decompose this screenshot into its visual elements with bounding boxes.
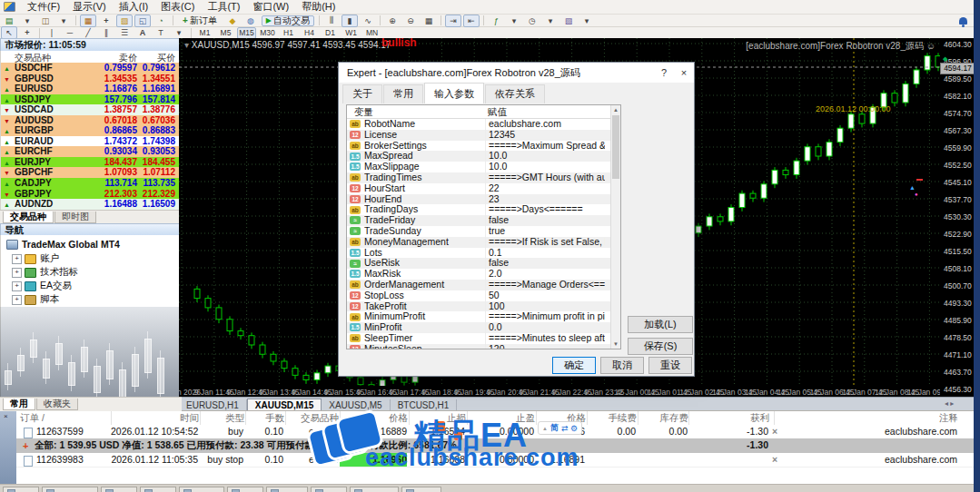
- param-row-TradeSunday[interactable]: ≈TradeSundaytrue: [347, 226, 620, 237]
- templates-icon[interactable]: ▧: [560, 15, 577, 27]
- fibonacci-tool-icon[interactable]: ☰: [116, 26, 133, 39]
- terminal-tab-stub-1[interactable]: [42, 487, 98, 492]
- scroll-up-icon[interactable]: ▲: [611, 105, 620, 114]
- load-button[interactable]: 加载(L): [628, 316, 693, 333]
- dialog-tab-常用[interactable]: 常用: [383, 84, 423, 103]
- scrollbar-thumb[interactable]: [612, 115, 619, 179]
- param-value[interactable]: false: [485, 215, 605, 226]
- nav-item-1[interactable]: +技术指标: [12, 266, 78, 279]
- param-value[interactable]: eaclubshare.com: [485, 119, 605, 130]
- market-row-USDJPY[interactable]: ▲USDJPY157.796157.814: [1, 94, 180, 105]
- autotrading-button[interactable]: ▶ 自动交易: [262, 15, 314, 26]
- param-row-MaxSpread[interactable]: 1.5MaxSpread10.0: [347, 151, 620, 162]
- header-time[interactable]: 时间: [111, 411, 199, 425]
- dialog-tab-依存关系[interactable]: 依存关系: [485, 84, 545, 103]
- param-value[interactable]: 22: [485, 183, 605, 194]
- new-chart-icon[interactable]: ▤: [1, 15, 17, 27]
- expand-icon[interactable]: +: [12, 295, 22, 305]
- market-row-EURCHF[interactable]: ▲EURCHF0.930340.93053: [1, 146, 180, 157]
- dialog-close-button[interactable]: ×: [674, 64, 694, 81]
- market-row-EURGBP[interactable]: ▲EURGBP0.868650.86883: [1, 125, 180, 136]
- data-window-icon[interactable]: +: [98, 15, 114, 27]
- param-value[interactable]: 0.1: [485, 248, 605, 259]
- nav-item-0[interactable]: +账户: [12, 252, 59, 265]
- tab-交易品种[interactable]: 交易品种: [3, 212, 54, 223]
- param-value[interactable]: =====>Maximum Spread & Slippage<...: [485, 141, 605, 152]
- param-value[interactable]: =====>Minutes to sleep after a losing t.…: [485, 333, 605, 344]
- line-chart-icon[interactable]: ∿: [360, 15, 376, 27]
- periods-icon[interactable]: ◷: [524, 15, 540, 27]
- cursor-tool-icon[interactable]: ↖: [1, 26, 17, 39]
- header-swap[interactable]: 库存费: [638, 411, 688, 425]
- price-scale[interactable]: 4604.304596.904589.504582.104574.704567.…: [940, 38, 974, 386]
- market-row-GBPCHF[interactable]: ▼GBPCHF1.070931.07112: [1, 167, 180, 178]
- param-value[interactable]: 10.0: [485, 162, 605, 172]
- indicators-icon[interactable]: ƒ: [488, 15, 504, 27]
- terminal-tab-stub-4[interactable]: [179, 487, 224, 492]
- terminal-tab-stub-3[interactable]: [140, 487, 176, 492]
- shapes-dropdown-icon[interactable]: ▾: [171, 26, 187, 39]
- header-type[interactable]: 类型: [200, 411, 244, 425]
- terminal-tab-stub-9[interactable]: [401, 487, 441, 492]
- inputs-scrollbar[interactable]: ▲ ▼: [610, 105, 620, 349]
- crosshair-tool-icon[interactable]: +: [19, 26, 35, 39]
- zoom-out-icon[interactable]: ⊖: [402, 15, 419, 27]
- timeframe-D1[interactable]: D1: [321, 27, 340, 39]
- param-value[interactable]: 50: [485, 290, 605, 301]
- param-value[interactable]: 120: [485, 344, 605, 349]
- profiles-dropdown-icon[interactable]: ▾: [55, 15, 72, 27]
- terminal-close-icon[interactable]: ×: [4, 412, 8, 420]
- expand-icon[interactable]: +: [12, 268, 22, 278]
- timeframe-H4[interactable]: H4: [300, 27, 319, 39]
- param-value[interactable]: =====>If Risk is set False, EA will use …: [485, 237, 605, 248]
- header-profit[interactable]: 获利: [688, 411, 769, 425]
- terminal-tab-stub-8[interactable]: [350, 487, 399, 492]
- delete-order-icon[interactable]: ×: [772, 425, 777, 438]
- terminal-tabs-cropped[interactable]: [0, 484, 980, 492]
- horizontal-line-tool-icon[interactable]: ─: [62, 26, 78, 39]
- dialog-help-button[interactable]: ?: [654, 64, 674, 81]
- time-scale[interactable]: 9 Jan 20269 Jan 11:459 Jan 12:459 Jan 13…: [179, 386, 940, 397]
- market-watch-toggle-icon[interactable]: ▦: [80, 15, 96, 27]
- chart-dropdown-icon[interactable]: ▾: [19, 15, 35, 27]
- param-row-MaxSlippage[interactable]: 1.5MaxSlippage10.0: [347, 162, 620, 172]
- save-button[interactable]: 保存(S): [628, 338, 693, 355]
- param-row-HourStart[interactable]: 12HourStart22: [347, 183, 620, 194]
- param-row-StopLoss[interactable]: 12StopLoss50: [347, 290, 620, 301]
- notifications-bell-icon[interactable]: [959, 17, 967, 25]
- terminal-tab-stub-5[interactable]: [227, 487, 263, 492]
- market-row-EURAUD[interactable]: ▲EURAUD1.743721.74398: [1, 136, 180, 147]
- timeframe-M1[interactable]: M1: [195, 27, 214, 39]
- terminal-tab-stub-0[interactable]: [3, 487, 39, 492]
- menu-item-0[interactable]: 文件(F): [21, 0, 66, 14]
- profiles-icon[interactable]: ◫: [37, 15, 54, 27]
- terminal-tab-stub-6[interactable]: [266, 487, 308, 492]
- param-value[interactable]: false: [485, 258, 605, 269]
- zoom-in-icon[interactable]: ⊕: [384, 15, 401, 27]
- timeframe-M5[interactable]: M5: [216, 27, 235, 39]
- terminal-toggle-icon[interactable]: ◱: [134, 15, 151, 27]
- param-row-RobotName[interactable]: abRobotNameeaclubshare.com: [347, 119, 620, 130]
- text-label-tool-icon[interactable]: T: [153, 26, 169, 39]
- mql-community-icon[interactable]: ◍: [243, 15, 259, 27]
- header-id[interactable]: 订单 /: [20, 411, 109, 425]
- header-comment[interactable]: 注释: [774, 411, 958, 425]
- dialog-tab-输入参数[interactable]: 输入参数: [424, 83, 484, 103]
- header-lots[interactable]: 手数: [245, 411, 284, 425]
- market-row-USDCAD[interactable]: ▼USDCAD1.387571.38776: [1, 104, 180, 115]
- market-row-AUDNZD[interactable]: ▲AUDNZD1.164881.16509: [1, 199, 180, 210]
- chart-tab-scroll-icons[interactable]: ◂ ▸: [945, 399, 954, 408]
- menu-item-2[interactable]: 插入(I): [113, 0, 154, 14]
- timeframe-M30[interactable]: M30: [258, 27, 277, 39]
- timeframe-H1[interactable]: H1: [279, 27, 298, 39]
- param-row-MinimumProfit[interactable]: abMinimumProfit=====>Minimum profit in p…: [347, 311, 620, 322]
- candle-chart-icon[interactable]: ▮: [342, 15, 358, 27]
- param-value[interactable]: =====>GMT Hours (with auto DST)<==...: [485, 172, 605, 183]
- channel-tool-icon[interactable]: ∥: [98, 26, 114, 39]
- param-value[interactable]: 10.0: [485, 151, 605, 162]
- param-row-License[interactable]: 12License12345: [347, 130, 620, 141]
- vertical-line-tool-icon[interactable]: |: [44, 26, 60, 39]
- param-value[interactable]: 23: [485, 194, 605, 205]
- nav-root[interactable]: TradeMax Global MT4: [6, 239, 120, 250]
- nav-item-3[interactable]: +脚本: [12, 293, 59, 306]
